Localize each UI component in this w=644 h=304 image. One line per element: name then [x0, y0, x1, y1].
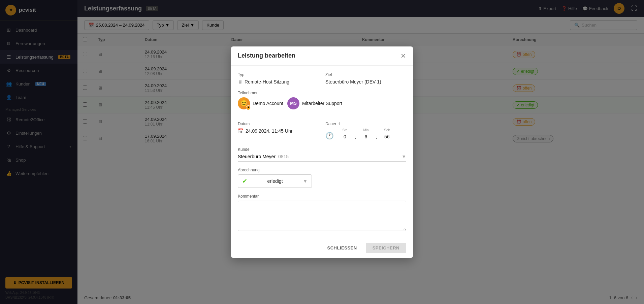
ziel-group: Ziel Steuerbüro Meyer (DEV-1): [325, 72, 406, 85]
abrechnung-value: erledigt: [267, 178, 283, 184]
sek-input[interactable]: [379, 133, 395, 141]
typ-label: Typ: [238, 72, 319, 77]
min-input[interactable]: [357, 133, 374, 141]
std-label: Std: [342, 128, 347, 132]
avatar-da: 😊 ★: [238, 97, 250, 109]
save-button[interactable]: SPEICHERN: [366, 243, 406, 253]
monitor-icon: 🖥: [238, 79, 243, 85]
close-button[interactable]: SCHLIESSEN: [322, 243, 362, 253]
modal-body: Typ 🖥 Remote-Host Sitzung Ziel Steuerbür…: [231, 66, 413, 238]
check-green-icon: ✔: [242, 177, 247, 185]
kunde-value: Steuerbüro Meyer 0815: [238, 154, 289, 159]
kunde-name: Steuerbüro Meyer: [238, 154, 276, 159]
kommentar-textarea[interactable]: [238, 201, 406, 231]
calendar-small-icon: 📅: [238, 128, 244, 134]
dauer-group: Dauer ℹ 🕐 Std : Min: [325, 122, 406, 141]
kunde-label: Kunde: [238, 147, 406, 152]
abrechnung-group: Abrechnung ✔ erledigt ▼: [238, 168, 406, 188]
avatar-ms: MS: [287, 97, 299, 109]
teilnehmer-group: Teilnehmer 😊 ★ Demo Account MS Mitarbei: [238, 91, 406, 115]
typ-ziel-row: Typ 🖥 Remote-Host Sitzung Ziel Steuerbür…: [238, 72, 406, 85]
std-group: Std: [336, 128, 353, 141]
sek-label: Sek: [384, 128, 390, 132]
chevron-down-icon: ▼: [401, 154, 406, 159]
ziel-label: Ziel: [325, 72, 406, 77]
chevron-down-icon2: ▼: [303, 178, 308, 184]
info-icon: ℹ: [339, 122, 340, 126]
modal-close-button[interactable]: ✕: [400, 52, 406, 60]
sek-group: Sek: [379, 128, 395, 141]
typ-group: Typ 🖥 Remote-Host Sitzung: [238, 72, 319, 85]
kunde-group: Kunde Steuerbüro Meyer 0815 ▼: [238, 147, 406, 162]
abrechnung-select[interactable]: ✔ erledigt ▼: [238, 174, 312, 188]
colon-sep1: :: [355, 129, 356, 140]
modal-header: Leistung bearbeiten ✕: [231, 46, 413, 66]
ziel-value: Steuerbüro Meyer (DEV-1): [325, 79, 406, 85]
participant-2: MS Mitarbeiter Support: [287, 97, 342, 109]
duration-row: 🕐 Std : Min :: [325, 128, 406, 141]
dauer-label: Dauer: [325, 122, 336, 126]
participant1-name: Demo Account: [253, 101, 283, 106]
min-group: Min: [357, 128, 374, 141]
kommentar-group: Kommentar: [238, 194, 406, 231]
modal-footer: SCHLIESSEN SPEICHERN: [231, 238, 413, 258]
duration-fields: Std : Min : Sek: [336, 128, 395, 141]
teilnehmer-label: Teilnehmer: [238, 91, 406, 95]
datum-value: 24.09.2024, 11:45 Uhr: [246, 128, 292, 134]
kunde-select-row[interactable]: Steuerbüro Meyer 0815 ▼: [238, 154, 406, 162]
participants-list: 😊 ★ Demo Account MS Mitarbeiter Support: [238, 97, 406, 109]
kommentar-label: Kommentar: [238, 194, 406, 199]
participant-1: 😊 ★ Demo Account: [238, 97, 283, 109]
modal-overlay[interactable]: Leistung bearbeiten ✕ Typ 🖥 Remote-Host …: [0, 0, 644, 304]
abrechnung-label: Abrechnung: [238, 168, 406, 172]
datum-label: Datum: [238, 122, 319, 126]
typ-value: Remote-Host Sitzung: [245, 79, 289, 85]
modal-dialog: Leistung bearbeiten ✕ Typ 🖥 Remote-Host …: [231, 46, 413, 258]
colon-sep2: :: [376, 129, 377, 140]
typ-value-container: 🖥 Remote-Host Sitzung: [238, 79, 319, 85]
modal-title: Leistung bearbeiten: [238, 52, 295, 59]
min-label: Min: [363, 128, 368, 132]
avatar-initials: MS: [290, 101, 297, 106]
datum-dauer-row: Datum 📅 24.09.2024, 11:45 Uhr Dauer ℹ 🕐: [238, 122, 406, 141]
participant2-name: Mitarbeiter Support: [302, 101, 342, 106]
datum-group: Datum 📅 24.09.2024, 11:45 Uhr: [238, 122, 319, 141]
avatar-badge-icon: ★: [246, 105, 251, 110]
datum-value-container: 📅 24.09.2024, 11:45 Uhr: [238, 128, 319, 134]
std-input[interactable]: [336, 133, 353, 141]
kunde-id: 0815: [278, 154, 289, 159]
clock-icon: 🕐: [325, 132, 334, 140]
